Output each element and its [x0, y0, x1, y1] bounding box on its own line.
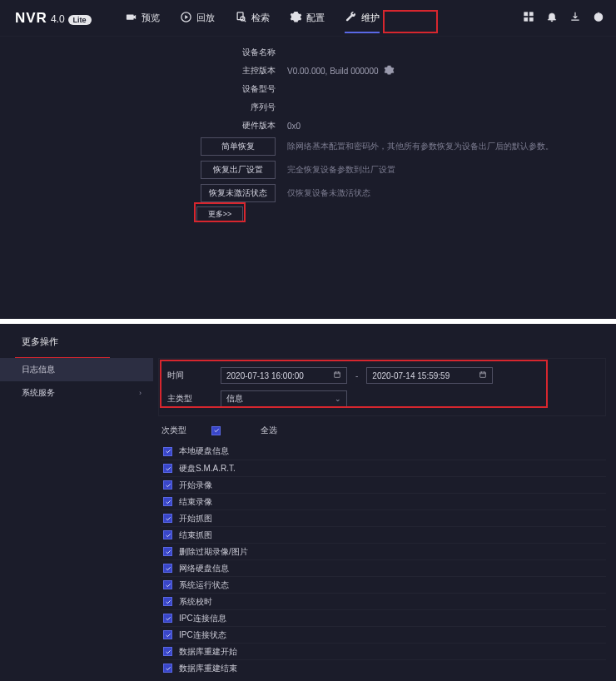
subtype-checkbox[interactable] [163, 547, 172, 556]
main-nav: 预览 回放 检索 配置 维护 [115, 0, 390, 37]
subtype-row: 开始录像 [161, 476, 606, 493]
nav-search[interactable]: 检索 [225, 0, 280, 37]
sidebar-item-log[interactable]: 日志信息 [0, 358, 153, 381]
svg-rect-9 [480, 372, 486, 377]
more-ops-title: 更多操作 [0, 324, 616, 358]
svg-rect-5 [524, 17, 528, 21]
label-firmware: 主控版本 [0, 65, 287, 77]
value-firmware: V0.00.000, Build 000000 [287, 67, 379, 76]
subtype-row: IPC连接状态 [161, 626, 606, 643]
subtype-label: 数据库重建开始 [179, 646, 237, 658]
subtype-checkbox[interactable] [163, 497, 172, 506]
factory-restore-desc: 完全恢复设备参数到出厂设置 [287, 164, 395, 176]
start-time-input[interactable]: 2020-07-13 16:00:00 [221, 367, 347, 384]
nav-preview[interactable]: 预览 [115, 0, 170, 37]
brand-name: NVR [15, 10, 47, 27]
select-all-checkbox[interactable] [211, 426, 221, 435]
inactive-restore-button[interactable]: 恢复未激活状态 [201, 184, 276, 202]
value-hardware: 0x0 [287, 122, 301, 131]
time-dash: - [355, 371, 358, 380]
brand-version: 4.0 [51, 13, 65, 25]
subtype-checkbox[interactable] [163, 614, 172, 623]
subtype-label: 数据库重建结束 [179, 663, 237, 674]
subtype-label: 系统运行状态 [179, 579, 229, 591]
search-doc-icon [235, 11, 247, 25]
subtype-label: 本地硬盘信息 [179, 445, 229, 457]
main-type-select[interactable]: 信息 ⌄ [221, 390, 347, 407]
subtype-label: IPC连接状态 [179, 629, 226, 641]
inactive-restore-desc: 仅恢复设备未激活状态 [287, 187, 370, 199]
subtype-row: 结束抓图 [161, 526, 606, 543]
simple-restore-desc: 除网络基本配置和密码外，其他所有参数恢复为设备出厂后的默认参数。 [287, 141, 554, 152]
gear-icon [290, 11, 302, 25]
end-time-input[interactable]: 2020-07-14 15:59:59 [366, 367, 493, 384]
subtype-row: 硬盘S.M.A.R.T. [161, 460, 606, 476]
end-time-value: 2020-07-14 15:59:59 [372, 371, 450, 380]
subtype-checkbox[interactable] [163, 580, 172, 589]
more-ops-panel: 更多操作 日志信息 系统服务 › 时间 2020-07-13 16:00:00 … [0, 324, 616, 681]
subtype-label: 硬盘S.M.A.R.T. [179, 463, 236, 475]
nav-maintenance-label: 维护 [361, 12, 380, 24]
simple-restore-button[interactable]: 简单恢复 [201, 137, 276, 156]
sidebar-item-sys-service[interactable]: 系统服务 › [0, 381, 153, 405]
subtype-checkbox[interactable] [163, 464, 172, 473]
download-icon[interactable] [569, 11, 581, 26]
play-circle-icon [180, 11, 192, 25]
brand-edition: Lite [68, 15, 92, 25]
nav-config-label: 配置 [306, 12, 325, 24]
subtype-checkbox[interactable] [163, 647, 172, 656]
subtype-row: 数据库重建结束 [161, 659, 606, 676]
subtype-checkbox[interactable] [163, 514, 172, 523]
subtype-row: 数据库重建开始 [161, 643, 606, 659]
sidebar-item-sys-service-label: 系统服务 [22, 387, 55, 399]
camera-icon [125, 11, 137, 25]
subtype-checkbox[interactable] [163, 530, 172, 539]
subtype-row: 网络硬盘信息 [161, 559, 606, 576]
start-time-value: 2020-07-13 16:00:00 [226, 371, 304, 380]
topbar-right [523, 11, 604, 26]
subtype-label: 网络硬盘信息 [179, 563, 229, 574]
calendar-icon [479, 370, 487, 380]
nav-playback-label: 回放 [196, 12, 215, 24]
subtype-row: IPC连接信息 [161, 609, 606, 626]
select-all-label: 全选 [261, 425, 277, 436]
wrench-icon [345, 11, 357, 25]
subtype-label: IPC连接信息 [179, 613, 226, 624]
subtype-checkbox[interactable] [163, 564, 172, 573]
subtype-label: 结束抓图 [179, 529, 212, 541]
subtype-checkbox[interactable] [163, 447, 172, 456]
more-button[interactable]: 更多>> [196, 206, 243, 221]
nav-playback[interactable]: 回放 [170, 0, 225, 37]
power-icon[interactable] [593, 11, 604, 26]
sidebar-item-log-label: 日志信息 [22, 364, 55, 375]
subtype-row: 开始抓图 [161, 510, 606, 526]
subtype-label: 系统校时 [179, 596, 212, 608]
subtype-checkbox[interactable] [163, 480, 172, 490]
svg-rect-3 [524, 12, 528, 15]
svg-rect-6 [529, 17, 533, 21]
subtype-label: 删除过期录像/图片 [179, 546, 248, 558]
label-device-name: 设备名称 [0, 47, 287, 58]
nav-maintenance[interactable]: 维护 [335, 0, 390, 37]
grid-icon[interactable] [523, 11, 534, 26]
subtype-checkbox[interactable] [163, 630, 172, 639]
subtype-label: 开始录像 [179, 480, 212, 491]
svg-rect-4 [529, 12, 533, 15]
subtype-row: 系统校时 [161, 593, 606, 609]
subtype-label: 结束录像 [179, 496, 212, 508]
label-sub-type: 次类型 [161, 425, 211, 436]
nav-search-label: 检索 [251, 12, 270, 24]
chevron-right-icon: › [139, 389, 142, 397]
firmware-settings-icon[interactable] [384, 65, 395, 77]
subtype-checkbox[interactable] [163, 664, 172, 673]
filter-card: 时间 2020-07-13 16:00:00 - 2020-07-14 15:5… [158, 358, 606, 416]
label-main-type: 主类型 [167, 393, 221, 405]
label-model: 设备型号 [0, 83, 287, 95]
subtype-label: 开始抓图 [179, 513, 212, 524]
bell-icon[interactable] [546, 11, 558, 26]
top-bar: NVR 4.0 Lite 预览 回放 检索 配置 维护 [0, 0, 616, 37]
nav-config[interactable]: 配置 [280, 0, 335, 37]
subtype-checkbox[interactable] [163, 597, 172, 606]
label-serial: 序列号 [0, 102, 287, 113]
factory-restore-button[interactable]: 恢复出厂设置 [201, 161, 276, 179]
